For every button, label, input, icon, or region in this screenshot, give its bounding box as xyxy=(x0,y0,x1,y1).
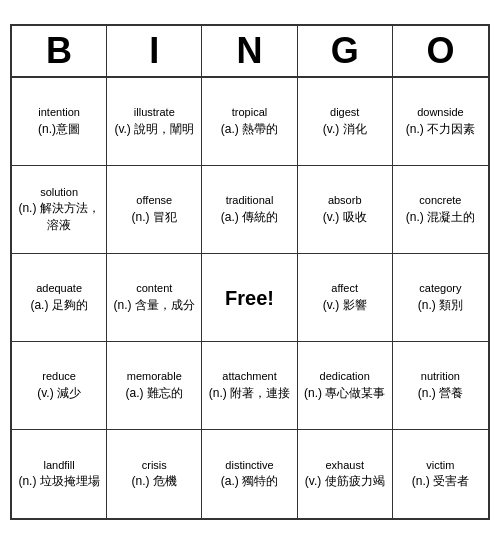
bingo-cell: traditional(a.) 傳統的 xyxy=(202,166,297,254)
bingo-cell: victim(n.) 受害者 xyxy=(393,430,488,518)
bingo-cell: category(n.) 類別 xyxy=(393,254,488,342)
cell-chinese: (n.) 冒犯 xyxy=(132,209,177,226)
cell-english: nutrition xyxy=(421,369,460,384)
cell-chinese: (v.) 說明，闡明 xyxy=(114,121,194,138)
cell-english: content xyxy=(136,281,172,296)
cell-english: memorable xyxy=(127,369,182,384)
cell-english: concrete xyxy=(419,193,461,208)
header-letter: O xyxy=(393,26,488,76)
bingo-cell: crisis(n.) 危機 xyxy=(107,430,202,518)
cell-chinese: (n.) 危機 xyxy=(132,473,177,490)
cell-english: adequate xyxy=(36,281,82,296)
cell-english: exhaust xyxy=(325,458,364,473)
bingo-cell: memorable(a.) 難忘的 xyxy=(107,342,202,430)
bingo-cell: reduce(v.) 減少 xyxy=(12,342,107,430)
header-letter: N xyxy=(202,26,297,76)
bingo-cell: concrete(n.) 混凝土的 xyxy=(393,166,488,254)
bingo-cell: solution(n.) 解決方法，溶液 xyxy=(12,166,107,254)
bingo-cell: content(n.) 含量，成分 xyxy=(107,254,202,342)
bingo-cell: adequate(a.) 足夠的 xyxy=(12,254,107,342)
bingo-cell: nutrition(n.) 營養 xyxy=(393,342,488,430)
cell-chinese: (n.) 解決方法，溶液 xyxy=(16,200,102,234)
cell-chinese: (v.) 吸收 xyxy=(323,209,367,226)
cell-english: solution xyxy=(40,185,78,200)
bingo-cell: affect(v.) 影響 xyxy=(298,254,393,342)
cell-english: reduce xyxy=(42,369,76,384)
cell-chinese: (v.) 減少 xyxy=(37,385,81,402)
cell-chinese: (n.) 混凝土的 xyxy=(406,209,475,226)
cell-english: digest xyxy=(330,105,359,120)
cell-chinese: (n.) 受害者 xyxy=(412,473,469,490)
cell-chinese: (n.) 含量，成分 xyxy=(114,297,195,314)
cell-chinese: (a.) 獨特的 xyxy=(221,473,278,490)
cell-english: category xyxy=(419,281,461,296)
cell-english: downside xyxy=(417,105,463,120)
cell-chinese: (n.) 專心做某事 xyxy=(304,385,385,402)
cell-chinese: (n.)意圖 xyxy=(38,121,80,138)
bingo-card: BINGO intention(n.)意圖illustrate(v.) 說明，闡… xyxy=(10,24,490,520)
cell-english: illustrate xyxy=(134,105,175,120)
bingo-cell: Free! xyxy=(202,254,297,342)
header-letter: I xyxy=(107,26,202,76)
cell-english: intention xyxy=(38,105,80,120)
cell-chinese: (n.) 營養 xyxy=(418,385,463,402)
cell-chinese: (a.) 難忘的 xyxy=(126,385,183,402)
bingo-cell: tropical(a.) 熱帶的 xyxy=(202,78,297,166)
cell-chinese: (v.) 消化 xyxy=(323,121,367,138)
bingo-cell: illustrate(v.) 說明，闡明 xyxy=(107,78,202,166)
cell-english: tropical xyxy=(232,105,267,120)
bingo-cell: landfill(n.) 垃圾掩埋場 xyxy=(12,430,107,518)
cell-chinese: (n.) 附著，連接 xyxy=(209,385,290,402)
cell-chinese: (a.) 足夠的 xyxy=(30,297,87,314)
bingo-cell: exhaust(v.) 使筋疲力竭 xyxy=(298,430,393,518)
cell-chinese: (n.) 不力因素 xyxy=(406,121,475,138)
bingo-header: BINGO xyxy=(12,26,488,78)
bingo-cell: offense(n.) 冒犯 xyxy=(107,166,202,254)
cell-english: offense xyxy=(136,193,172,208)
bingo-cell: digest(v.) 消化 xyxy=(298,78,393,166)
cell-english: attachment xyxy=(222,369,276,384)
cell-english: affect xyxy=(331,281,358,296)
bingo-cell: distinctive(a.) 獨特的 xyxy=(202,430,297,518)
cell-chinese: (v.) 使筋疲力竭 xyxy=(305,473,385,490)
header-letter: B xyxy=(12,26,107,76)
cell-english: absorb xyxy=(328,193,362,208)
bingo-grid: intention(n.)意圖illustrate(v.) 說明，闡明tropi… xyxy=(12,78,488,518)
header-letter: G xyxy=(298,26,393,76)
bingo-cell: dedication(n.) 專心做某事 xyxy=(298,342,393,430)
cell-chinese: (a.) 熱帶的 xyxy=(221,121,278,138)
bingo-cell: attachment(n.) 附著，連接 xyxy=(202,342,297,430)
bingo-cell: intention(n.)意圖 xyxy=(12,78,107,166)
cell-english: traditional xyxy=(226,193,274,208)
cell-chinese: (v.) 影響 xyxy=(323,297,367,314)
cell-english: landfill xyxy=(44,458,75,473)
cell-chinese: (a.) 傳統的 xyxy=(221,209,278,226)
cell-english: distinctive xyxy=(225,458,273,473)
bingo-cell: absorb(v.) 吸收 xyxy=(298,166,393,254)
cell-english: dedication xyxy=(320,369,370,384)
cell-chinese: (n.) 垃圾掩埋場 xyxy=(18,473,99,490)
cell-english: crisis xyxy=(142,458,167,473)
cell-chinese: (n.) 類別 xyxy=(418,297,463,314)
bingo-cell: downside(n.) 不力因素 xyxy=(393,78,488,166)
cell-english: victim xyxy=(426,458,454,473)
